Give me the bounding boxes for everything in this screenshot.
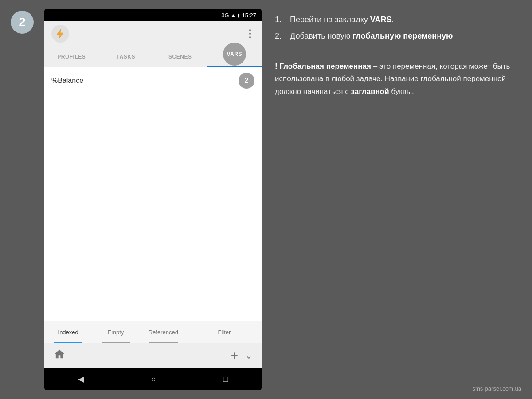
tab-profiles[interactable]: PROFILES <box>44 46 99 67</box>
instruction-2: 2. Добавить новую глобальную переменную. <box>275 30 519 43</box>
variable-name: %Balance <box>51 77 239 85</box>
instruction-2-text: Добавить новую глобальную переменную. <box>290 30 455 43</box>
filter-tab-filter[interactable] <box>187 321 262 343</box>
phone-mockup: 3G ▲ ▮ 15:27 PROFILES <box>44 9 262 390</box>
back-button[interactable]: ◀ <box>78 374 84 384</box>
step-inline-number: 2 <box>245 77 249 85</box>
note-block: ! Глобальная переменная – это переменная… <box>275 60 519 99</box>
instruction-1: 1. Перейти на закладку VARS. <box>275 13 519 26</box>
step-badge: 2 <box>11 11 34 34</box>
overflow-menu-icon[interactable] <box>246 26 254 42</box>
site-credit: sms-parser.com.ua <box>472 385 521 392</box>
tabs-row: PROFILES TASKS SCENES VARS <box>44 46 262 67</box>
indexed-indicator <box>54 342 82 343</box>
referenced-indicator <box>149 342 177 343</box>
var-list-area: %Balance 2 <box>44 67 262 321</box>
expand-button[interactable]: ⌄ <box>245 350 253 361</box>
tab-profiles-label: PROFILES <box>57 54 86 60</box>
filter-tab-referenced[interactable]: Referenced <box>140 321 187 343</box>
instruction-2-num: 2. <box>275 30 286 43</box>
home-button[interactable]: ○ <box>151 375 156 384</box>
filter-indexed-label: Indexed <box>58 329 78 336</box>
app-toolbar <box>44 21 262 46</box>
capital-bold: заглавной <box>351 87 389 96</box>
tab-scenes[interactable]: SCENES <box>153 46 207 67</box>
filter-tab-indexed[interactable]: Indexed <box>44 321 92 343</box>
filter-input[interactable] <box>187 321 262 343</box>
app-logo <box>51 25 69 43</box>
tab-tasks-label: TASKS <box>117 54 135 60</box>
signal-icon: ▲ <box>231 12 236 18</box>
time-display: 15:27 <box>242 12 256 19</box>
app-content: PROFILES TASKS SCENES VARS %Balance 2 <box>44 21 262 368</box>
note-exclamation-label: ! Глобальная переменная <box>275 62 371 70</box>
instructions-panel: 1. Перейти на закладку VARS. 2. Добавить… <box>275 13 519 98</box>
site-credit-text: sms-parser.com.ua <box>472 385 521 392</box>
variable-item[interactable]: %Balance 2 <box>44 67 262 94</box>
add-button[interactable]: + <box>231 348 238 363</box>
vars-bold: VARS <box>370 15 392 24</box>
instruction-1-text: Перейти на закладку VARS. <box>290 13 394 26</box>
step-inline-badge: 2 <box>239 73 254 89</box>
lightning-icon <box>55 28 66 39</box>
home-icon <box>53 348 66 360</box>
tab-vars-label: VARS <box>227 51 242 57</box>
filter-tab-empty[interactable]: Empty <box>92 321 139 343</box>
bottom-nav: + ⌄ <box>44 343 262 368</box>
filter-referenced-label: Referenced <box>149 329 178 336</box>
filter-tabs: Indexed Empty Referenced <box>44 321 262 343</box>
global-var-bold: глобальную переменную <box>352 31 453 40</box>
step-number: 2 <box>19 15 26 29</box>
tab-vars[interactable]: VARS <box>207 46 262 67</box>
android-nav-bar: ◀ ○ □ <box>44 368 262 390</box>
status-icons: 3G ▲ ▮ 15:27 <box>221 12 256 19</box>
status-bar: 3G ▲ ▮ 15:27 <box>44 9 262 21</box>
battery-icon: ▮ <box>237 12 240 18</box>
home-nav-button[interactable] <box>53 348 66 363</box>
empty-indicator <box>102 342 130 343</box>
tab-tasks[interactable]: TASKS <box>99 46 153 67</box>
tab-scenes-label: SCENES <box>168 54 192 60</box>
recents-button[interactable]: □ <box>223 375 228 384</box>
vars-tab-indicator <box>207 66 262 67</box>
vars-tab-circle: VARS <box>223 43 246 66</box>
filter-empty-label: Empty <box>108 329 124 336</box>
instruction-1-num: 1. <box>275 13 286 26</box>
network-indicator: 3G <box>221 12 229 19</box>
